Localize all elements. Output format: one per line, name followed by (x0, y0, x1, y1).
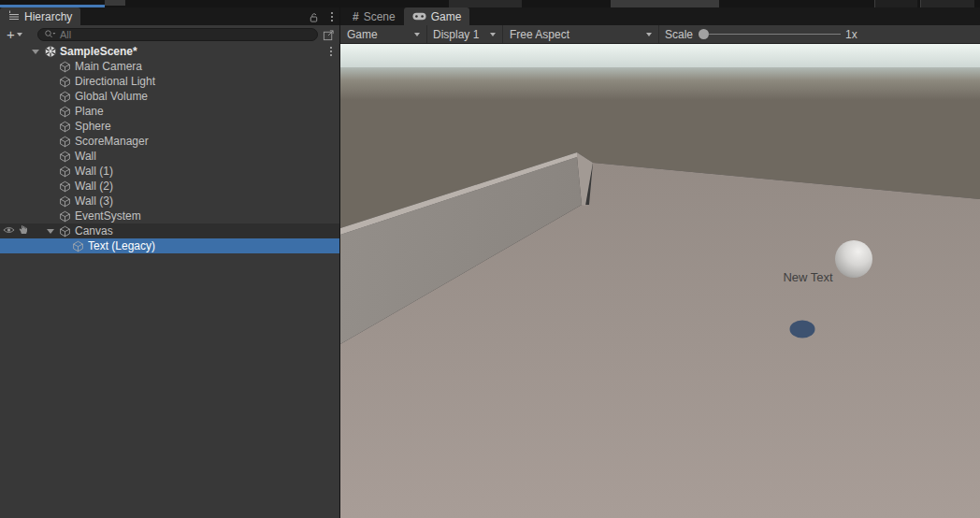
search-placeholder: All (60, 29, 71, 40)
strip-fragment (105, 0, 125, 6)
tree-item-label: ScoreManager (75, 135, 149, 148)
scale-slider-knob[interactable] (699, 29, 709, 39)
game-tab-label: Game (431, 10, 462, 23)
row-gutter (3, 223, 29, 238)
hierarchy-toolbar: + All (0, 25, 339, 43)
strip-fragment (449, 0, 522, 7)
tree-item-main-camera[interactable]: Main Camera (0, 59, 339, 74)
cube-icon (58, 225, 72, 237)
tree-rows: Main CameraDirectional LightGlobal Volum… (0, 59, 339, 253)
display-target-value: Display 1 (433, 28, 479, 41)
tree-item-eventsystem[interactable]: EventSystem (0, 209, 339, 223)
tab-scene[interactable]: # Scene (344, 7, 404, 25)
scale-slider-track[interactable] (699, 34, 841, 35)
tree-item-directional-light[interactable]: Directional Light (0, 74, 339, 89)
hierarchy-tabbar: Hierarchy (0, 7, 339, 25)
cube-icon (58, 121, 72, 133)
create-object-button[interactable]: + (7, 28, 22, 40)
tree-item-label: Canvas (75, 224, 113, 237)
display-target-dropdown[interactable]: Display 1 (427, 25, 502, 43)
tab-game[interactable]: Game (404, 7, 470, 25)
unity-scene-icon (43, 45, 57, 58)
tree-item-label: Plane (75, 105, 104, 118)
tree-item-label: Wall (2) (75, 180, 113, 193)
gamepad-icon (412, 10, 426, 23)
tree-item-wall-1[interactable]: Wall (1) (0, 164, 339, 179)
pick-icon[interactable] (19, 224, 29, 237)
top-window-strip (0, 0, 980, 7)
tree-item-text-legacy[interactable]: Text (Legacy) (0, 238, 339, 253)
tree-item-label: Global Volume (75, 90, 148, 103)
tree-item-wall-2[interactable]: Wall (2) (0, 179, 339, 194)
strip-fragment (874, 0, 917, 7)
scale-label: Scale (665, 28, 693, 41)
aspect-ratio-dropdown[interactable]: Free Aspect (503, 25, 658, 43)
eye-icon[interactable] (3, 224, 15, 237)
tree-item-wall[interactable]: Wall (0, 149, 339, 164)
scale-slider[interactable] (699, 25, 841, 43)
hierarchy-panel: Hierarchy + All (0, 7, 339, 518)
tree-item-label: SampleScene* (60, 45, 137, 58)
tree-item-sphere[interactable]: Sphere (0, 119, 339, 134)
chevron-down-icon (490, 33, 496, 36)
cube-icon (58, 136, 72, 148)
cube-icon (58, 151, 72, 163)
cube-icon (58, 76, 72, 88)
cube-icon (58, 210, 72, 223)
ui-text-new-text: New Text (783, 270, 833, 284)
plus-icon: + (7, 28, 15, 40)
game-toolbar: Game Display 1 Free Aspect Scale 1x (340, 25, 980, 44)
scale-value: 1x (845, 28, 858, 41)
chevron-down-icon (17, 33, 22, 36)
tree-item-canvas[interactable]: Canvas (0, 223, 339, 238)
game-display-mode-dropdown[interactable]: Game (340, 25, 426, 43)
game-viewport[interactable]: New Text (340, 44, 980, 518)
hierarchy-menu-kebab-icon[interactable] (331, 10, 333, 22)
tree-item-label: EventSystem (75, 209, 141, 223)
tree-item-global-volume[interactable]: Global Volume (0, 89, 339, 104)
strip-fragment (920, 0, 974, 7)
tree-item-label: Wall (3) (75, 194, 113, 208)
tab-hierarchy[interactable]: Hierarchy (0, 7, 80, 25)
tree-item-samplescene[interactable]: SampleScene* (0, 44, 339, 59)
cube-icon (58, 61, 72, 73)
aspect-ratio-value: Free Aspect (510, 28, 569, 41)
expander-triangle-icon[interactable] (43, 229, 58, 234)
game-tabbar: # Scene Game (340, 7, 980, 25)
hierarchy-list-icon (8, 10, 20, 23)
cube-icon (58, 180, 72, 193)
chevron-down-icon (414, 33, 420, 36)
tree-item-label: Wall (1) (75, 165, 113, 178)
sphere-object (835, 240, 872, 278)
score-ellipse (790, 321, 815, 338)
strip-fragment (611, 0, 719, 7)
scene-tab-label: Scene (364, 10, 396, 23)
tree-item-label: Sphere (75, 120, 111, 133)
hierarchy-search-input[interactable]: All (37, 28, 318, 41)
display-mode-value: Game (347, 28, 378, 41)
tree-item-plane[interactable]: Plane (0, 104, 339, 119)
tree-item-label: Main Camera (75, 60, 142, 73)
search-icon (44, 26, 56, 43)
tree-item-label: Directional Light (75, 75, 155, 88)
tree-item-label: Wall (75, 150, 96, 163)
cube-icon (58, 91, 72, 103)
scene-kebab-icon[interactable] (330, 46, 332, 57)
expander-triangle-icon[interactable] (28, 50, 43, 54)
cube-icon (71, 240, 85, 252)
tree-item-wall-3[interactable]: Wall (3) (0, 194, 339, 209)
tree-item-label: Text (Legacy) (88, 239, 155, 252)
cube-icon (58, 165, 72, 178)
scene-grid-icon: # (353, 10, 359, 23)
hierarchy-tree: SampleScene* Main CameraDirectional Ligh… (0, 43, 339, 518)
cube-icon (58, 195, 72, 208)
cube-icon (58, 106, 72, 118)
hierarchy-tab-label: Hierarchy (24, 10, 72, 23)
chevron-down-icon (646, 33, 652, 36)
tree-item-scoremanager[interactable]: ScoreManager (0, 134, 339, 149)
toolbar-separator (658, 25, 659, 43)
game-panel: # Scene Game Game Display 1 Free A (340, 7, 980, 518)
